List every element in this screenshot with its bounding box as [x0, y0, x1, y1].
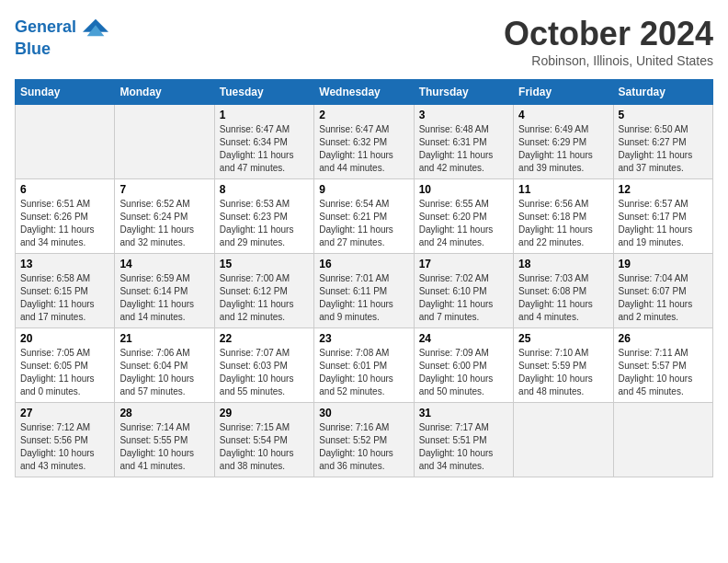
day-info: Sunrise: 6:54 AMSunset: 6:21 PMDaylight:…: [319, 198, 408, 249]
day-info: Sunrise: 7:03 AMSunset: 6:08 PMDaylight:…: [518, 272, 608, 324]
day-number: 21: [119, 332, 209, 345]
day-cell: 29Sunrise: 7:15 AMSunset: 5:54 PMDayligh…: [214, 403, 313, 477]
day-info: Sunrise: 6:51 AMSunset: 6:26 PMDaylight:…: [20, 198, 109, 249]
day-info: Sunrise: 7:17 AMSunset: 5:51 PMDaylight:…: [419, 421, 508, 473]
day-info: Sunrise: 6:52 AMSunset: 6:24 PMDaylight:…: [119, 198, 209, 249]
day-cell: 18Sunrise: 7:03 AMSunset: 6:08 PMDayligh…: [514, 254, 613, 328]
day-cell: 27Sunrise: 7:12 AMSunset: 5:56 PMDayligh…: [16, 403, 115, 477]
day-info: Sunrise: 7:09 AMSunset: 6:00 PMDaylight:…: [419, 347, 508, 398]
day-number: 4: [518, 109, 608, 121]
weekday-header-row: SundayMondayTuesdayWednesdayThursdayFrid…: [16, 80, 713, 105]
day-number: 7: [119, 183, 209, 196]
day-number: 26: [619, 332, 708, 345]
day-number: 12: [619, 183, 708, 196]
day-cell: 6Sunrise: 6:51 AMSunset: 6:26 PMDaylight…: [16, 179, 115, 254]
calendar-table: SundayMondayTuesdayWednesdayThursdayFrid…: [15, 79, 713, 477]
day-number: 27: [20, 407, 109, 419]
weekday-header-sunday: Sunday: [16, 80, 115, 105]
day-cell: 25Sunrise: 7:10 AMSunset: 5:59 PMDayligh…: [514, 328, 613, 403]
day-info: Sunrise: 7:00 AMSunset: 6:12 PMDaylight:…: [220, 272, 309, 324]
day-number: 8: [220, 183, 309, 196]
day-number: 18: [518, 258, 608, 270]
location: Robinson, Illinois, United States: [504, 53, 713, 68]
day-number: 23: [319, 332, 408, 345]
day-cell: 28Sunrise: 7:14 AMSunset: 5:55 PMDayligh…: [115, 403, 214, 477]
day-cell: [115, 105, 214, 179]
day-cell: 14Sunrise: 6:59 AMSunset: 6:14 PMDayligh…: [115, 254, 214, 328]
day-info: Sunrise: 6:58 AMSunset: 6:15 PMDaylight:…: [20, 272, 109, 324]
day-cell: 11Sunrise: 6:56 AMSunset: 6:18 PMDayligh…: [514, 179, 613, 254]
day-cell: 16Sunrise: 7:01 AMSunset: 6:11 PMDayligh…: [314, 254, 414, 328]
week-row-4: 20Sunrise: 7:05 AMSunset: 6:05 PMDayligh…: [16, 328, 713, 403]
day-info: Sunrise: 6:47 AMSunset: 6:34 PMDaylight:…: [220, 123, 309, 175]
day-cell: [514, 403, 613, 477]
day-info: Sunrise: 7:08 AMSunset: 6:01 PMDaylight:…: [319, 347, 408, 398]
day-number: 25: [518, 332, 608, 345]
day-number: 11: [518, 183, 608, 196]
day-info: Sunrise: 7:12 AMSunset: 5:56 PMDaylight:…: [20, 421, 109, 473]
day-cell: 7Sunrise: 6:52 AMSunset: 6:24 PMDaylight…: [115, 179, 214, 254]
week-row-2: 6Sunrise: 6:51 AMSunset: 6:26 PMDaylight…: [16, 179, 713, 254]
week-row-5: 27Sunrise: 7:12 AMSunset: 5:56 PMDayligh…: [16, 403, 713, 477]
day-cell: 1Sunrise: 6:47 AMSunset: 6:34 PMDaylight…: [214, 105, 313, 179]
title-block: October 2024 Robinson, Illinois, United …: [504, 15, 713, 68]
day-cell: 2Sunrise: 6:47 AMSunset: 6:32 PMDaylight…: [314, 105, 414, 179]
day-cell: 12Sunrise: 6:57 AMSunset: 6:17 PMDayligh…: [613, 179, 712, 254]
day-cell: [613, 403, 712, 477]
day-number: 10: [419, 183, 508, 196]
day-number: 29: [220, 407, 309, 419]
day-info: Sunrise: 6:55 AMSunset: 6:20 PMDaylight:…: [419, 198, 508, 249]
day-cell: 30Sunrise: 7:16 AMSunset: 5:52 PMDayligh…: [314, 403, 414, 477]
day-info: Sunrise: 6:49 AMSunset: 6:29 PMDaylight:…: [518, 123, 608, 175]
day-number: 28: [119, 407, 209, 419]
weekday-header-monday: Monday: [115, 80, 214, 105]
day-info: Sunrise: 7:16 AMSunset: 5:52 PMDaylight:…: [319, 421, 408, 473]
page-header: General Blue October 2024 Robinson, Illi…: [15, 15, 713, 68]
day-info: Sunrise: 7:14 AMSunset: 5:55 PMDaylight:…: [119, 421, 209, 473]
day-cell: 20Sunrise: 7:05 AMSunset: 6:05 PMDayligh…: [16, 328, 115, 403]
day-number: 9: [319, 183, 408, 196]
day-cell: 8Sunrise: 6:53 AMSunset: 6:23 PMDaylight…: [214, 179, 313, 254]
day-cell: 22Sunrise: 7:07 AMSunset: 6:03 PMDayligh…: [214, 328, 313, 403]
day-cell: [16, 105, 115, 179]
logo: General Blue: [15, 15, 108, 59]
day-number: 19: [619, 258, 708, 270]
day-cell: 5Sunrise: 6:50 AMSunset: 6:27 PMDaylight…: [613, 105, 712, 179]
day-info: Sunrise: 7:15 AMSunset: 5:54 PMDaylight:…: [220, 421, 309, 473]
day-number: 5: [619, 109, 708, 121]
day-number: 1: [220, 109, 309, 121]
day-info: Sunrise: 7:11 AMSunset: 5:57 PMDaylight:…: [619, 347, 708, 398]
weekday-header-thursday: Thursday: [414, 80, 513, 105]
day-number: 30: [319, 407, 408, 419]
weekday-header-saturday: Saturday: [613, 80, 712, 105]
day-cell: 21Sunrise: 7:06 AMSunset: 6:04 PMDayligh…: [115, 328, 214, 403]
day-cell: 31Sunrise: 7:17 AMSunset: 5:51 PMDayligh…: [414, 403, 513, 477]
day-info: Sunrise: 6:50 AMSunset: 6:27 PMDaylight:…: [619, 123, 708, 175]
day-info: Sunrise: 7:01 AMSunset: 6:11 PMDaylight:…: [319, 272, 408, 324]
day-info: Sunrise: 7:05 AMSunset: 6:05 PMDaylight:…: [20, 347, 109, 398]
day-cell: 9Sunrise: 6:54 AMSunset: 6:21 PMDaylight…: [314, 179, 414, 254]
day-info: Sunrise: 7:07 AMSunset: 6:03 PMDaylight:…: [220, 347, 309, 398]
logo-text: General: [15, 15, 108, 40]
day-cell: 24Sunrise: 7:09 AMSunset: 6:00 PMDayligh…: [414, 328, 513, 403]
day-number: 24: [419, 332, 508, 345]
day-number: 14: [119, 258, 209, 270]
day-cell: 19Sunrise: 7:04 AMSunset: 6:07 PMDayligh…: [613, 254, 712, 328]
day-info: Sunrise: 7:06 AMSunset: 6:04 PMDaylight:…: [119, 347, 209, 398]
day-number: 22: [220, 332, 309, 345]
day-cell: 23Sunrise: 7:08 AMSunset: 6:01 PMDayligh…: [314, 328, 414, 403]
day-cell: 10Sunrise: 6:55 AMSunset: 6:20 PMDayligh…: [414, 179, 513, 254]
week-row-1: 1Sunrise: 6:47 AMSunset: 6:34 PMDaylight…: [16, 105, 713, 179]
weekday-header-friday: Friday: [514, 80, 613, 105]
day-number: 31: [419, 407, 508, 419]
day-number: 15: [220, 258, 309, 270]
day-number: 13: [20, 258, 109, 270]
day-cell: 13Sunrise: 6:58 AMSunset: 6:15 PMDayligh…: [16, 254, 115, 328]
month-title: October 2024: [504, 15, 713, 53]
day-cell: 3Sunrise: 6:48 AMSunset: 6:31 PMDaylight…: [414, 105, 513, 179]
day-number: 3: [419, 109, 508, 121]
day-info: Sunrise: 6:53 AMSunset: 6:23 PMDaylight:…: [220, 198, 309, 249]
day-number: 2: [319, 109, 408, 121]
day-info: Sunrise: 7:10 AMSunset: 5:59 PMDaylight:…: [518, 347, 608, 398]
day-cell: 26Sunrise: 7:11 AMSunset: 5:57 PMDayligh…: [613, 328, 712, 403]
